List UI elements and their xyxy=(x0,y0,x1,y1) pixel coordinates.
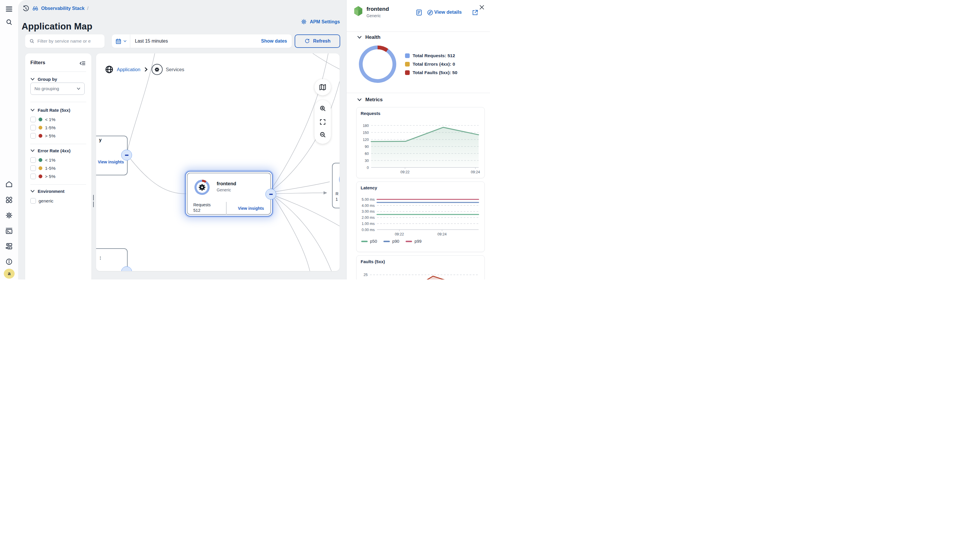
green-dot xyxy=(38,117,42,121)
error-rate-label: Error Rate (4xx) xyxy=(38,148,71,153)
faults-chart-card: Faults (5xx) 252009:2209:24 xyxy=(356,255,485,280)
apm-settings-link[interactable]: APM Settings xyxy=(300,18,340,25)
legend-p90: p90 xyxy=(392,239,399,244)
search-icon[interactable] xyxy=(5,18,13,26)
apps-icon[interactable] xyxy=(5,196,13,204)
chevron-down-icon xyxy=(30,108,35,112)
fault-rate-section-header[interactable]: Fault Rate (5xx) xyxy=(30,108,70,112)
green-dot xyxy=(38,158,42,162)
option-label: 1-5% xyxy=(45,125,55,131)
legend-swatch xyxy=(405,53,410,58)
environment-section-header[interactable]: Environment xyxy=(30,189,65,194)
time-range-value[interactable]: Last 15 minutes xyxy=(135,38,168,44)
filters-title: Filters xyxy=(30,60,45,66)
checkbox[interactable] xyxy=(30,133,36,139)
legend-p50: p50 xyxy=(370,239,377,244)
legend-value: 512 xyxy=(448,53,455,58)
breadcrumb-observability-stack[interactable]: Observability Stack xyxy=(41,6,85,11)
svg-text:180: 180 xyxy=(363,124,369,128)
external-link-icon[interactable] xyxy=(472,9,479,16)
collapse-panel-icon[interactable] xyxy=(79,60,86,67)
health-donut-chart xyxy=(358,45,397,83)
health-title: Health xyxy=(365,35,380,40)
left-node-view-insights-link[interactable]: View insights xyxy=(98,160,124,164)
chevron-down-icon xyxy=(30,189,35,194)
info-icon[interactable] xyxy=(5,258,13,266)
close-panel-icon[interactable] xyxy=(479,4,485,10)
frontend-node-type: Generic xyxy=(217,188,231,192)
svg-text:150: 150 xyxy=(363,131,369,135)
chevron-down-icon xyxy=(357,35,362,40)
svg-text:2.00 ms: 2.00 ms xyxy=(362,216,375,220)
chevron-down-icon xyxy=(30,149,35,153)
menu-icon[interactable] xyxy=(5,5,13,13)
checkbox[interactable] xyxy=(30,165,36,171)
zoom-in-button[interactable] xyxy=(319,105,327,112)
refresh-label: Refresh xyxy=(313,38,330,44)
health-section-header[interactable]: Health xyxy=(357,35,380,40)
service-filter-input[interactable]: Filter by service name or e xyxy=(25,35,104,48)
compass-icon[interactable] xyxy=(427,9,434,16)
fault-rate-option: > 5% xyxy=(30,133,55,139)
home-icon[interactable] xyxy=(5,180,13,189)
environment-label: Environment xyxy=(38,189,65,194)
svg-text:09:24: 09:24 xyxy=(471,170,480,174)
option-label: < 1% xyxy=(45,157,55,163)
refresh-button[interactable]: Refresh xyxy=(295,35,340,48)
divider xyxy=(226,202,227,215)
legend-item-total-errors: Total Errors (4xx): 0 xyxy=(405,61,455,67)
frontend-node-metric-value: 512 xyxy=(193,208,200,213)
legend-p99: p99 xyxy=(415,239,421,244)
logs-icon[interactable] xyxy=(416,9,423,16)
history-icon[interactable] xyxy=(22,5,30,12)
checkbox[interactable] xyxy=(30,157,36,163)
terminal-icon[interactable] xyxy=(5,227,13,235)
requests-chart-title: Requests xyxy=(361,111,380,116)
panel-resize-handle[interactable] xyxy=(93,195,96,201)
error-rate-section-header[interactable]: Error Rate (4xx) xyxy=(30,148,71,153)
svg-text:25: 25 xyxy=(363,273,368,277)
svg-text:3.00 ms: 3.00 ms xyxy=(362,210,375,213)
map-breadcrumb-application[interactable]: Application xyxy=(117,67,141,72)
requests-chart: 180150120906030009:2209:24 xyxy=(358,119,482,175)
frontend-view-insights-link[interactable]: View insights xyxy=(238,206,264,211)
fullscreen-button[interactable] xyxy=(319,119,326,126)
svg-text:09:22: 09:22 xyxy=(400,170,410,174)
environment-option: generic xyxy=(30,198,53,203)
settings-gear-icon[interactable] xyxy=(5,211,13,219)
show-dates-link[interactable]: Show dates xyxy=(261,38,287,44)
svg-text:1.00 ms: 1.00 ms xyxy=(362,222,375,226)
collapse-node-button[interactable] xyxy=(121,150,132,160)
refresh-icon xyxy=(304,38,310,44)
user-avatar[interactable]: a xyxy=(4,269,15,279)
legend-item-total-faults: Total Faults (5xx): 50 xyxy=(405,70,457,75)
checkbox[interactable] xyxy=(30,174,36,179)
left-nav-rail: a xyxy=(0,0,18,280)
globe-icon xyxy=(105,65,114,74)
minimap-button[interactable] xyxy=(315,79,331,95)
panel-service-name: frontend xyxy=(366,6,389,12)
groupby-section-header[interactable]: Group by xyxy=(30,77,57,82)
red-dot xyxy=(38,134,42,138)
view-details-link[interactable]: View details xyxy=(434,9,462,15)
zoom-out-button[interactable] xyxy=(319,131,327,139)
chevron-right-icon xyxy=(144,67,148,72)
application-map-canvas[interactable]: Application Services y View insights xyxy=(96,53,340,271)
checkbox[interactable] xyxy=(30,117,36,122)
service-hexagon-icon xyxy=(354,6,363,18)
calendar-button[interactable] xyxy=(112,35,130,48)
checkbox[interactable] xyxy=(30,198,36,203)
metrics-section-header[interactable]: Metrics xyxy=(357,97,383,103)
service-node-partial-right[interactable]: R 1 xyxy=(332,163,340,208)
legend-item-total-requests: Total Requests: 512 xyxy=(405,53,455,58)
add-panel-icon[interactable] xyxy=(5,242,13,250)
svg-text:30: 30 xyxy=(365,159,369,163)
checkbox[interactable] xyxy=(30,125,36,131)
legend-swatch xyxy=(405,70,410,75)
service-detail-panel: frontend Generic View details Health Tot… xyxy=(347,0,490,280)
groupby-select[interactable]: No grouping xyxy=(30,83,85,95)
gear-icon xyxy=(198,183,206,192)
collapse-node-button[interactable] xyxy=(265,189,276,200)
service-node-frontend[interactable]: frontend Generic Requests 512 View insig… xyxy=(185,171,273,217)
requests-chart-card: Requests 180150120906030009:2209:24 xyxy=(356,107,485,178)
